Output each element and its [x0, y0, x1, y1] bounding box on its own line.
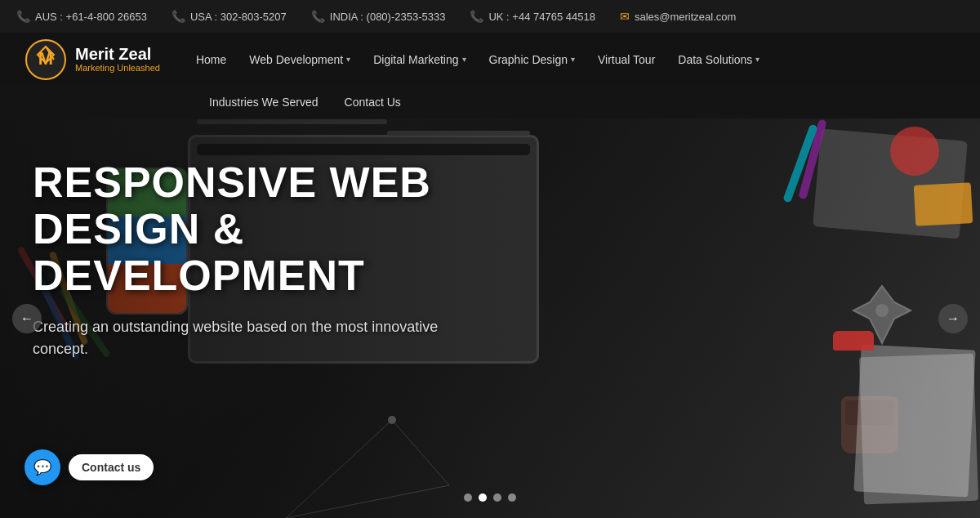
phone-icon-usa: 📞 [172, 10, 185, 23]
dot-1[interactable] [464, 493, 472, 502]
dot-2[interactable] [479, 493, 487, 502]
chevron-down-icon-3: ▾ [571, 55, 575, 64]
contact-uk[interactable]: 📞 UK : +44 74765 44518 [470, 10, 595, 23]
nav-digital-marketing[interactable]: Digital Marketing ▾ [362, 45, 477, 74]
dot-4[interactable] [508, 493, 516, 502]
nav-web-dev[interactable]: Web Development ▾ [238, 45, 362, 74]
contact-float: 💬 Contact us [24, 449, 154, 485]
phone-icon-aus: 📞 [16, 10, 30, 23]
next-slide-button[interactable]: → [938, 304, 968, 333]
nav-web-dev-label: Web Development [249, 53, 343, 66]
contact-uk-label: UK : +44 74765 44518 [488, 11, 595, 23]
hero-subtitle: Creating an outstanding website based on… [33, 316, 457, 360]
contact-email[interactable]: ✉ sales@meritzeal.com [620, 10, 736, 23]
nav-data-solutions[interactable]: Data Solutions ▾ [666, 45, 771, 74]
hero-content: RESPONSIVE WEB DESIGN & DEVELOPMENT Crea… [0, 118, 531, 401]
hero-section: RESPONSIVE WEB DESIGN & DEVELOPMENT Crea… [0, 118, 980, 518]
contact-aus-label: AUS : +61-4-800 26653 [35, 11, 147, 23]
nav-virtual-tour[interactable]: Virtual Tour [586, 45, 666, 74]
nav-graphic-design[interactable]: Graphic Design ▾ [478, 45, 587, 74]
arrow-right-icon: → [947, 311, 960, 326]
logo[interactable]: M Merit Zeal Marketing Unleashed [24, 38, 160, 81]
contact-us-label[interactable]: Contact us [69, 454, 154, 480]
contact-email-label: sales@meritzeal.com [635, 11, 736, 23]
navbar: M Merit Zeal Marketing Unleashed Home We… [0, 33, 980, 86]
brand-sub: Marketing Unleashed [75, 63, 160, 73]
nav-digital-marketing-label: Digital Marketing [373, 53, 458, 66]
contact-aus[interactable]: 📞 AUS : +61-4-800 26653 [16, 10, 147, 23]
phone-icon-india: 📞 [311, 10, 325, 23]
prev-slide-button[interactable]: ← [12, 304, 42, 333]
contact-usa-label: USA : 302-803-5207 [190, 11, 287, 23]
nav-industries-label: Industries We Served [209, 96, 318, 109]
nav-contact-label: Contact Us [345, 96, 401, 109]
top-bar: 📞 AUS : +61-4-800 26653 📞 USA : 302-803-… [0, 0, 980, 33]
nav-virtual-tour-label: Virtual Tour [598, 53, 655, 66]
nav-home[interactable]: Home [185, 45, 238, 74]
chat-icon: 💬 [33, 458, 51, 476]
navbar-second: Industries We Served Contact Us [0, 86, 980, 118]
nav-links: Home Web Development ▾ Digital Marketing… [185, 45, 956, 74]
brand-name: Merit Zeal [75, 45, 160, 63]
dot-3[interactable] [493, 493, 501, 502]
email-icon: ✉ [620, 10, 630, 23]
nav-home-label: Home [196, 53, 226, 66]
phone-icon-uk: 📞 [470, 10, 483, 23]
chevron-down-icon-2: ▾ [462, 55, 466, 64]
chevron-down-icon: ▾ [346, 55, 350, 64]
chevron-down-icon-4: ▾ [755, 55, 760, 64]
nav-data-solutions-label: Data Solutions [678, 53, 752, 66]
hero-title: RESPONSIVE WEB DESIGN & DEVELOPMENT [33, 159, 498, 300]
contact-usa[interactable]: 📞 USA : 302-803-5207 [172, 10, 287, 23]
arrow-left-icon: ← [20, 311, 33, 326]
contact-india[interactable]: 📞 INDIA : (080)-2353-5333 [311, 10, 446, 23]
nav-graphic-design-label: Graphic Design [489, 53, 568, 66]
nav-industries[interactable]: Industries We Served [196, 89, 332, 115]
contact-india-label: INDIA : (080)-2353-5333 [330, 11, 446, 23]
logo-icon: M [24, 38, 67, 81]
contact-chat-button[interactable]: 💬 [24, 449, 60, 485]
nav-contact[interactable]: Contact Us [332, 89, 414, 115]
slide-dots [464, 493, 516, 502]
